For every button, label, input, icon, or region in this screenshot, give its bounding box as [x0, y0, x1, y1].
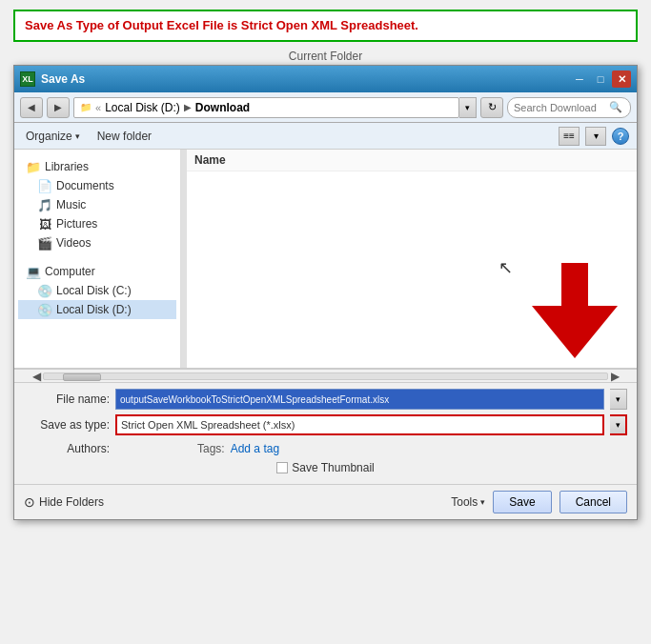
cursor-indicator: ↖ — [498, 257, 513, 278]
path-part2: Download — [195, 101, 250, 114]
horizontal-scrollbar[interactable]: ◀ ▶ — [14, 369, 637, 382]
nav-item-documents[interactable]: 📄 Documents — [18, 176, 176, 195]
cancel-button[interactable]: Cancel — [559, 491, 627, 513]
hide-folders-button[interactable]: ⊙ Hide Folders — [24, 494, 104, 510]
nav-label-local-disk-c: Local Disk (C:) — [56, 284, 132, 297]
back-button[interactable]: ◀ — [20, 97, 43, 118]
savetype-row: Save as type: ▾ — [24, 414, 627, 435]
nav-item-music[interactable]: 🎵 Music — [18, 195, 176, 214]
authors-tags-row: Authors: Tags: Add a tag — [24, 440, 627, 457]
path-part1: Local Disk (D:) — [105, 101, 180, 114]
nav-item-computer[interactable]: 💻 Computer — [18, 262, 176, 281]
folder-icon: 📁 — [80, 102, 92, 112]
restore-button[interactable]: □ — [591, 70, 610, 88]
nav-label-libraries: Libraries — [45, 160, 89, 173]
pictures-icon: 🖼 — [37, 216, 52, 231]
close-button[interactable]: ✕ — [612, 70, 631, 88]
nav-item-videos[interactable]: 🎬 Videos — [18, 233, 176, 252]
minimize-button[interactable]: ─ — [570, 70, 589, 88]
dialog-title: Save As — [41, 72, 85, 86]
view-button[interactable]: ≡≡ — [559, 127, 580, 146]
libraries-icon: 📁 — [26, 159, 41, 174]
nav-label-videos: Videos — [56, 236, 91, 250]
column-name-header: Name — [194, 153, 226, 167]
scrollbar-thumb[interactable] — [63, 373, 101, 381]
path-separator: ▶ — [184, 102, 192, 112]
save-thumbnail-checkbox[interactable] — [276, 462, 288, 473]
documents-icon: 📄 — [37, 178, 52, 193]
nav-item-pictures[interactable]: 🖼 Pictures — [18, 214, 176, 233]
toolbar: Organize ▾ New folder ≡≡ ▾ ? — [14, 123, 637, 150]
refresh-button[interactable]: ↻ — [480, 97, 503, 118]
address-bar: ◀ ▶ 📁 « Local Disk (D:) ▶ Download ▾ ↻ 🔍 — [14, 92, 637, 123]
excel-icon: XL — [20, 71, 35, 87]
button-bar: ⊙ Hide Folders Tools ▾ Save Cancel — [14, 484, 637, 519]
new-folder-button[interactable]: New folder — [93, 128, 155, 145]
filename-input[interactable] — [115, 389, 604, 410]
search-input[interactable] — [514, 102, 609, 113]
title-bar-controls: ─ □ ✕ — [570, 70, 631, 88]
computer-icon: 💻 — [26, 264, 41, 279]
tags-value[interactable]: Add a tag — [231, 442, 279, 455]
nav-label-music: Music — [56, 198, 86, 211]
filename-dropdown-button[interactable]: ▾ — [610, 389, 627, 410]
current-folder-label: Current Folder — [0, 50, 651, 63]
file-panel-content: ↖ — [187, 171, 637, 368]
nav-label-documents: Documents — [56, 179, 114, 192]
organize-button[interactable]: Organize ▾ — [22, 128, 84, 145]
scroll-right-btn[interactable]: ▶ — [608, 370, 621, 383]
nav-item-local-disk-c[interactable]: 💿 Local Disk (C:) — [18, 281, 176, 300]
hide-folders-label: Hide Folders — [39, 495, 104, 509]
title-bar: XL Save As ─ □ ✕ — [14, 66, 637, 92]
music-icon: 🎵 — [37, 197, 52, 212]
scroll-left-btn[interactable]: ◀ — [30, 370, 43, 383]
tags-label: Tags: — [197, 442, 225, 455]
annotation-banner: Save As Type of Output Excel File is Str… — [13, 10, 638, 42]
address-dropdown-button[interactable]: ▾ — [459, 97, 477, 118]
address-path[interactable]: 📁 « Local Disk (D:) ▶ Download — [73, 97, 459, 118]
view-dropdown-button[interactable]: ▾ — [585, 127, 606, 146]
organize-chevron: ▾ — [75, 131, 80, 141]
search-icon: 🔍 — [609, 101, 622, 113]
organize-label: Organize — [26, 130, 72, 143]
save-button[interactable]: Save — [493, 491, 551, 513]
tools-chevron: ▾ — [480, 497, 485, 507]
nav-label-pictures: Pictures — [56, 217, 97, 231]
file-panel: Name ↖ — [187, 150, 637, 368]
toolbar-right: ≡≡ ▾ ? — [559, 127, 629, 146]
nav-label-computer: Computer — [45, 265, 95, 278]
new-folder-label: New folder — [97, 130, 152, 143]
file-panel-header: Name — [187, 150, 637, 171]
videos-icon: 🎬 — [37, 235, 52, 251]
nav-panel: 📁 Libraries 📄 Documents 🎵 Music 🖼 Pictur… — [14, 150, 181, 368]
content-area: 📁 Libraries 📄 Documents 🎵 Music 🖼 Pictur… — [14, 150, 637, 369]
filename-row: File name: ▾ — [24, 389, 627, 410]
savetype-label: Save as type: — [24, 418, 110, 432]
path-prefix: « — [95, 102, 101, 113]
savetype-input[interactable] — [115, 414, 604, 435]
forward-button[interactable]: ▶ — [47, 97, 70, 118]
save-as-dialog: XL Save As ─ □ ✕ ◀ ▶ 📁 « Local Disk (D:)… — [13, 65, 638, 520]
nav-item-libraries[interactable]: 📁 Libraries — [18, 157, 176, 176]
scrollbar-track — [43, 372, 608, 380]
red-arrow-indicator — [532, 263, 618, 358]
tools-label: Tools — [451, 495, 478, 509]
drive-d-icon: 💿 — [37, 302, 52, 317]
toolbar-left: Organize ▾ New folder — [22, 128, 155, 145]
form-area: File name: ▾ Save as type: ▾ Authors: Ta… — [14, 382, 637, 484]
search-box[interactable]: 🔍 — [507, 97, 631, 118]
savetype-dropdown-button[interactable]: ▾ — [610, 414, 627, 435]
save-thumbnail-label: Save Thumbnail — [292, 461, 375, 474]
tools-button[interactable]: Tools ▾ — [451, 495, 485, 509]
nav-item-local-disk-d[interactable]: 💿 Local Disk (D:) — [18, 300, 176, 319]
title-bar-left: XL Save As — [20, 71, 85, 87]
btn-right: Tools ▾ Save Cancel — [451, 491, 627, 513]
help-button[interactable]: ? — [612, 128, 629, 145]
nav-label-local-disk-d: Local Disk (D:) — [56, 303, 132, 316]
thumbnail-row: Save Thumbnail — [24, 457, 627, 478]
authors-label: Authors: — [24, 442, 110, 455]
hide-folders-icon: ⊙ — [24, 494, 35, 510]
drive-c-icon: 💿 — [37, 283, 52, 298]
filename-label: File name: — [24, 392, 110, 406]
